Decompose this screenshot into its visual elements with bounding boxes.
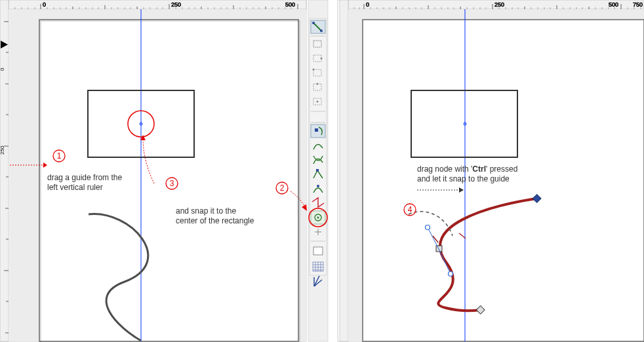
snap-object-center[interactable]: [311, 211, 325, 224]
svg-point-80: [312, 22, 315, 24]
svg-text:and snap it to the: and snap it to the: [176, 206, 236, 216]
right-canvas-panel: 0 250 500 750: [338, 0, 644, 341]
ruler-tick-label: 500: [285, 1, 295, 8]
svg-text:1: 1: [57, 151, 62, 161]
node-handle[interactable]: [426, 225, 430, 230]
path-node-start[interactable]: [436, 246, 442, 252]
svg-text:4: 4: [408, 205, 413, 214]
svg-text:3: 3: [170, 179, 174, 188]
vertical-ruler-right[interactable]: [340, 0, 348, 341]
left-canvas-panel: 0 250 500: [0, 0, 307, 342]
vertical-ruler[interactable]: 0 250: [0, 0, 9, 341]
snap-toolbar: [308, 0, 328, 341]
ruler-tick-label: 250: [171, 1, 181, 8]
svg-text:left vertical ruler: left vertical ruler: [47, 183, 103, 192]
svg-text:drag a guide from the: drag a guide from the: [47, 173, 122, 182]
svg-point-96: [317, 101, 319, 103]
svg-rect-180: [340, 0, 348, 341]
svg-rect-78: [310, 18, 327, 275]
svg-text:0: 0: [0, 67, 5, 71]
horizontal-ruler[interactable]: 0 250 500: [9, 0, 306, 9]
svg-text:drag node with 'Ctrl' pressed: drag node with 'Ctrl' pressed: [417, 164, 517, 174]
svg-point-90: [313, 69, 315, 71]
svg-point-106: [317, 185, 319, 187]
ruler-tick-label: 750: [633, 1, 643, 8]
svg-point-110: [317, 217, 319, 219]
svg-point-93: [317, 83, 319, 85]
svg-rect-1: [9, 0, 306, 9]
node-handle[interactable]: [449, 272, 453, 276]
snap-toggle-master[interactable]: [311, 20, 325, 33]
ruler-tick-label: 0: [43, 1, 46, 8]
svg-rect-182: [436, 246, 442, 252]
svg-rect-47: [0, 0, 9, 341]
svg-point-81: [320, 29, 323, 32]
svg-text:0: 0: [366, 1, 369, 8]
horizontal-ruler-right[interactable]: 0 250 500 750: [348, 0, 644, 9]
snap-nodes[interactable]: [311, 124, 325, 138]
svg-text:and let it snap to the guide: and let it snap to the guide: [417, 174, 510, 183]
svg-text:250: 250: [0, 145, 5, 155]
svg-rect-116: [313, 247, 323, 255]
svg-rect-104: [316, 169, 319, 172]
svg-point-87: [321, 58, 323, 60]
svg-text:2: 2: [280, 183, 285, 193]
svg-text:center of the rectangle: center of the rectangle: [176, 216, 254, 225]
svg-text:500: 500: [609, 1, 618, 8]
svg-text:250: 250: [494, 1, 504, 8]
svg-rect-100: [315, 128, 318, 132]
